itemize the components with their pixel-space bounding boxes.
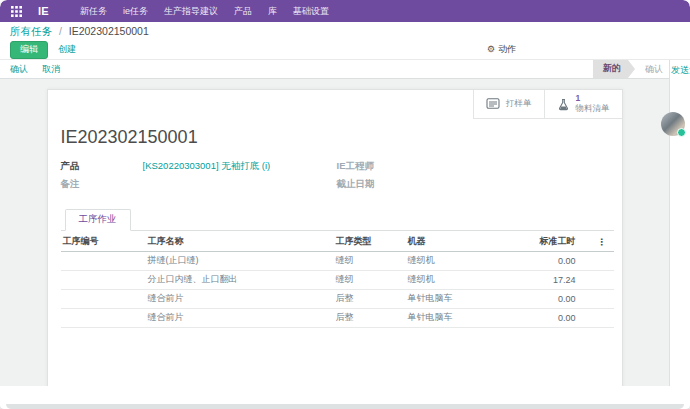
state-new[interactable]: 新的	[593, 60, 635, 78]
print-sample-label: 打样单	[506, 98, 532, 110]
flask-icon	[557, 98, 570, 111]
cell-name: 缝合前片	[146, 309, 334, 328]
bom-label: 物料清单	[576, 104, 610, 114]
cell-name: 缝合前片	[146, 290, 334, 309]
notebook-tabs: 工序作业	[61, 208, 614, 231]
cell-name: 分止口内缝、止口翻出	[146, 271, 334, 290]
record-title: IE202302150001	[61, 127, 614, 148]
apps-grid-icon[interactable]	[8, 4, 24, 18]
window-bottom-shadow	[6, 404, 684, 409]
breadcrumb-current: IE202302150001	[69, 25, 149, 37]
printer-icon	[486, 98, 500, 110]
send-message-button[interactable]: 发送消息	[670, 60, 690, 77]
action-menu-label: 动作	[498, 43, 516, 56]
main-menu: 新任务 ie任务 生产指导建议 产品 库 基础设置	[73, 1, 336, 22]
confirm-button[interactable]: 确认	[10, 63, 28, 76]
online-status-dot	[677, 128, 686, 137]
table-row[interactable]: 缝合前片 后整 单针电脑车 0.00	[61, 290, 614, 309]
bom-button[interactable]: 1 物料清单	[544, 90, 622, 119]
menu-production-guidance[interactable]: 生产指导建议	[157, 1, 225, 22]
tab-operations[interactable]: 工序作业	[65, 209, 131, 231]
menu-new-task[interactable]: 新任务	[73, 1, 114, 22]
chatter-panel: 发送消息	[669, 60, 690, 386]
print-sample-button[interactable]: 打样单	[473, 90, 544, 119]
avatar[interactable]	[661, 112, 685, 136]
menu-product[interactable]: 产品	[227, 1, 259, 22]
col-header-hours[interactable]: 标准工时	[486, 231, 590, 252]
operations-table: 工序编号 工序名称 工序类型 机器 标准工时 ⋮	[61, 231, 614, 328]
engineer-field-label: IE工程师	[337, 160, 427, 173]
form-sheet: 打样单 1 物料清单	[47, 89, 623, 386]
form-statusbar: 确认 取消 新的 确认	[0, 60, 669, 79]
col-header-type[interactable]: 工序类型	[334, 231, 406, 252]
note-field-label: 备注	[61, 178, 143, 191]
col-header-name[interactable]: 工序名称	[146, 231, 334, 252]
cell-hours: 0.00	[486, 309, 590, 328]
cell-hours: 0.00	[486, 290, 590, 309]
cell-code	[61, 271, 146, 290]
product-field-value[interactable]: [KS20220303001] 无袖打底 (i)	[143, 160, 337, 173]
app-window: IE 新任务 ie任务 生产指导建议 产品 库 基础设置 所有任务 / IE20…	[0, 0, 690, 409]
action-menu-button[interactable]: ⚙ 动作	[487, 43, 516, 56]
top-navbar: IE 新任务 ie任务 生产指导建议 产品 库 基础设置	[0, 0, 690, 22]
cell-machine: 缝纫机	[406, 271, 486, 290]
breadcrumb-separator: /	[59, 25, 62, 37]
table-header-row: 工序编号 工序名称 工序类型 机器 标准工时 ⋮	[61, 231, 614, 252]
table-row[interactable]: 分止口内缝、止口翻出 缝纫 缝纫机 17.24	[61, 271, 614, 290]
cell-type: 后整	[334, 309, 406, 328]
col-header-machine[interactable]: 机器	[406, 231, 486, 252]
cell-code	[61, 252, 146, 271]
cell-name: 拼缝(止口缝)	[146, 252, 334, 271]
app-brand[interactable]: IE	[38, 5, 49, 17]
product-field-label: 产品	[61, 160, 143, 173]
cell-code	[61, 309, 146, 328]
table-row[interactable]: 拼缝(止口缝) 缝纫 缝纫机 0.00	[61, 252, 614, 271]
smart-button-box: 打样单 1 物料清单	[473, 90, 622, 119]
menu-ie-task[interactable]: ie任务	[116, 1, 155, 22]
cell-machine: 缝纫机	[406, 252, 486, 271]
deadline-field-label: 截止日期	[337, 178, 427, 191]
col-header-code[interactable]: 工序编号	[61, 231, 146, 252]
breadcrumb-parent[interactable]: 所有任务	[10, 25, 52, 37]
cell-type: 后整	[334, 290, 406, 309]
control-panel: 所有任务 / IE202302150001 编辑 创建 ⚙ 动作	[0, 22, 690, 60]
edit-button[interactable]: 编辑	[10, 41, 48, 59]
menu-inventory[interactable]: 库	[261, 1, 284, 22]
cell-code	[61, 290, 146, 309]
menu-base-settings[interactable]: 基础设置	[286, 1, 336, 22]
create-button[interactable]: 创建	[58, 43, 76, 56]
cancel-button[interactable]: 取消	[42, 63, 60, 76]
table-row[interactable]: 缝合前片 后整 单针电脑车 0.00	[61, 309, 614, 328]
cell-machine: 单针电脑车	[406, 290, 486, 309]
cell-machine: 单针电脑车	[406, 309, 486, 328]
cell-type: 缝纫	[334, 252, 406, 271]
gear-icon: ⚙	[487, 45, 495, 54]
cell-hours: 17.24	[486, 271, 590, 290]
cell-type: 缝纫	[334, 271, 406, 290]
form-view: 确认 取消 新的 确认	[0, 60, 669, 386]
breadcrumb: 所有任务 / IE202302150001	[10, 25, 149, 39]
optional-columns-toggle-icon[interactable]: ⋮	[590, 231, 614, 252]
state-confirmed[interactable]: 确认	[645, 63, 663, 76]
field-group: 产品 [KS20220303001] 无袖打底 (i) IE工程师 备注 截止日…	[61, 160, 614, 191]
cell-hours: 0.00	[486, 252, 590, 271]
